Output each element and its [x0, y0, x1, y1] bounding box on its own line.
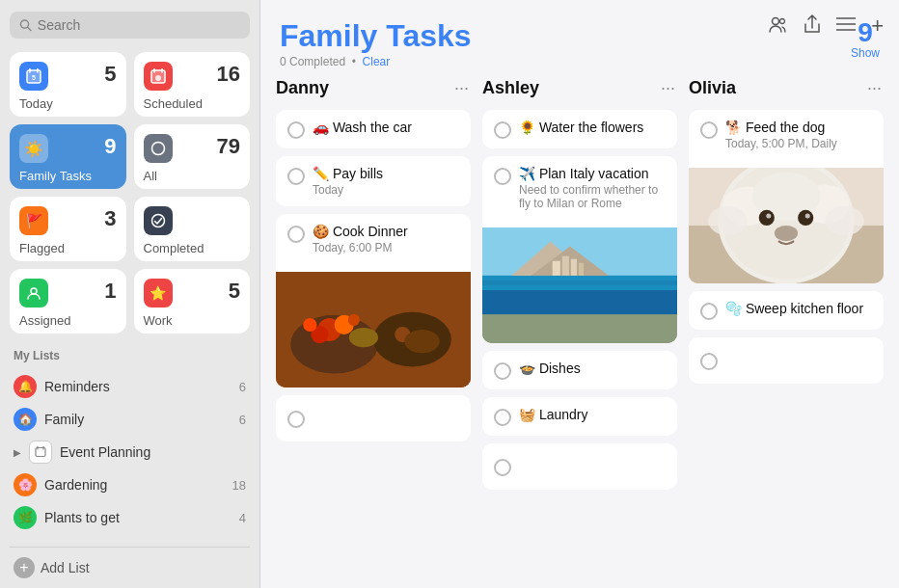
task-check-circle[interactable]	[700, 303, 718, 320]
sidebar: 5 5 Today 16	[0, 0, 260, 588]
list-item-gardening[interactable]: 🌸 Gardening 18	[10, 468, 250, 501]
scheduled-count: 16	[217, 62, 240, 87]
task-check-circle[interactable]	[287, 411, 305, 428]
svg-rect-41	[571, 259, 577, 276]
task-check-circle[interactable]	[494, 459, 511, 476]
svg-rect-36	[482, 290, 677, 314]
smart-list-assigned[interactable]: 1 Assigned	[10, 269, 126, 334]
plants-label: Plants to get	[44, 510, 232, 525]
completed-icon	[144, 206, 173, 235]
ashley-more-icon[interactable]: ···	[661, 78, 675, 98]
task-title: 🌻 Water the flowers	[519, 120, 666, 135]
event-planning-label: Event Planning	[60, 444, 150, 460]
task-sub: Today	[313, 183, 459, 197]
clear-link[interactable]: Clear	[363, 55, 391, 68]
list-view-icon[interactable]	[836, 16, 856, 37]
task-sub: Need to confirm whether to fly to Milan …	[519, 183, 666, 210]
task-check-circle[interactable]	[287, 168, 305, 185]
add-list-button[interactable]: + Add List	[10, 547, 250, 588]
svg-rect-44	[482, 281, 677, 285]
svg-point-57	[708, 206, 747, 235]
flagged-label: Flagged	[19, 241, 117, 255]
svg-point-12	[151, 143, 164, 155]
task-title: 🚗 Wash the car	[313, 120, 459, 135]
svg-rect-39	[553, 261, 560, 276]
svg-point-52	[775, 226, 798, 241]
task-feed-dog[interactable]: 🐕 Feed the dog Today, 5:00 PM, Daily	[689, 110, 884, 283]
empty-task-ashley[interactable]	[482, 443, 677, 490]
assigned-icon	[19, 279, 48, 307]
smart-list-work[interactable]: ⭐ 5 Work	[134, 269, 251, 334]
search-input[interactable]	[38, 17, 240, 33]
list-item-reminders[interactable]: 🔔 Reminders 6	[10, 370, 250, 403]
smart-list-today[interactable]: 5 5 Today	[10, 52, 126, 117]
work-count: 5	[229, 279, 240, 304]
olivia-more-icon[interactable]: ···	[867, 78, 882, 98]
reminders-label: Reminders	[44, 379, 232, 394]
family-list-label: Family	[44, 412, 232, 427]
task-check-circle[interactable]	[700, 121, 718, 139]
column-danny: Danny ··· 🚗 Wash the car ✏️ Pay bills To…	[276, 78, 471, 573]
task-check-circle[interactable]	[494, 121, 511, 139]
main-header: Family Tasks 0 Completed • Clear 9 Show	[260, 0, 899, 78]
add-task-icon[interactable]: +	[871, 13, 884, 39]
search-bar[interactable]	[10, 12, 250, 39]
svg-point-11	[155, 75, 161, 81]
flagged-icon: 🚩	[19, 206, 48, 235]
all-count: 79	[217, 134, 240, 159]
svg-point-58	[825, 206, 863, 235]
my-lists: 🔔 Reminders 6 🏠 Family 6 ▶ Event Plannin…	[10, 370, 250, 534]
task-laundry[interactable]: 🧺 Laundry	[482, 397, 677, 436]
task-check-circle[interactable]	[494, 168, 511, 185]
event-planning-icon	[29, 441, 52, 464]
task-check-circle[interactable]	[700, 353, 718, 370]
task-check-circle[interactable]	[287, 226, 305, 243]
smart-list-family-tasks[interactable]: ☀️ 9 Family Tasks	[10, 124, 126, 189]
svg-point-31	[404, 330, 439, 353]
reminders-icon: 🔔	[14, 375, 37, 398]
smart-list-all[interactable]: 79 All	[134, 124, 251, 189]
task-title: 🐕 Feed the dog	[725, 120, 837, 135]
svg-point-32	[303, 318, 316, 332]
family-tasks-label: Family Tasks	[19, 169, 117, 183]
main-content: + Family Tasks 0 Completed • Clear 9 Sho…	[260, 0, 899, 588]
empty-task-olivia[interactable]	[689, 337, 884, 384]
smart-list-scheduled[interactable]: 16 Scheduled	[134, 52, 251, 117]
task-check-circle[interactable]	[494, 362, 511, 380]
task-sweep-floor[interactable]: 🫧 Sweep kitchen floor	[689, 291, 884, 330]
task-dishes[interactable]: 🍲 Dishes	[482, 351, 677, 389]
completed-label: Completed	[144, 241, 241, 255]
page-title: Family Tasks	[280, 19, 472, 53]
task-water-flowers[interactable]: 🌻 Water the flowers	[482, 110, 677, 148]
gardening-icon: 🌸	[14, 473, 37, 496]
collaborator-icon[interactable]	[769, 14, 788, 39]
empty-task-danny[interactable]	[276, 395, 471, 441]
task-wash-car[interactable]: 🚗 Wash the car	[276, 110, 471, 148]
reminders-count: 6	[239, 380, 246, 394]
smart-list-flagged[interactable]: 🚩 3 Flagged	[10, 197, 126, 261]
danny-more-icon[interactable]: ···	[454, 78, 469, 98]
list-item-plants[interactable]: 🌿 Plants to get 4	[10, 501, 250, 534]
task-title: 🧺 Laundry	[519, 407, 666, 422]
task-pay-bills[interactable]: ✏️ Pay bills Today	[276, 156, 471, 206]
all-icon	[144, 134, 173, 163]
search-icon	[19, 18, 32, 32]
scheduled-label: Scheduled	[144, 96, 241, 111]
task-italy-vacation[interactable]: ✈️ Plan Italy vacation Need to confirm w…	[482, 156, 677, 343]
task-title: 🍲 Dishes	[519, 361, 666, 376]
task-check-circle[interactable]	[287, 121, 305, 139]
task-cook-dinner[interactable]: 🍪 Cook Dinner Today, 6:00 PM	[276, 214, 471, 388]
svg-point-29	[349, 328, 378, 347]
task-sub: Today, 5:00 PM, Daily	[725, 137, 837, 150]
task-title: ✏️ Pay bills	[313, 166, 459, 181]
task-check-circle[interactable]	[494, 409, 511, 426]
column-name-olivia: Olivia	[689, 78, 736, 98]
list-item-event-planning[interactable]: ▶ Event Planning	[10, 436, 250, 468]
task-title: 🫧 Sweep kitchen floor	[725, 301, 872, 316]
smart-list-completed[interactable]: Completed	[134, 197, 251, 261]
column-header-olivia: Olivia ···	[689, 78, 884, 102]
list-item-family[interactable]: 🏠 Family 6	[10, 403, 250, 436]
column-ashley: Ashley ··· 🌻 Water the flowers ✈️ Plan I…	[482, 78, 677, 573]
share-icon[interactable]	[804, 14, 821, 39]
svg-rect-42	[579, 263, 584, 276]
